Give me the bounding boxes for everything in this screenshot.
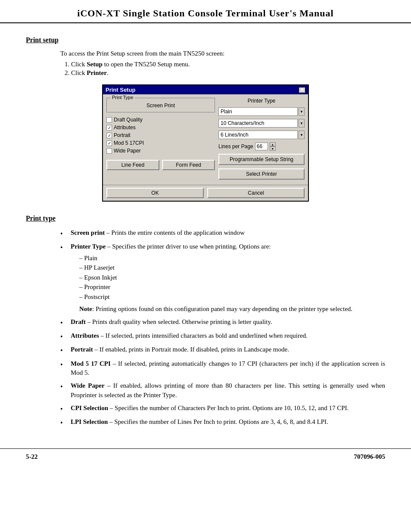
select-printer-button[interactable]: Select Printer [218,168,305,180]
bullet-list: • Screen print – Prints the entire conte… [60,228,385,428]
form-feed-button[interactable]: Form Feed [162,160,215,170]
dialog-left-panel: Print Type Screen Print Draft Quality [106,98,215,181]
page-number: 5-22 [26,453,38,460]
print-type-group: Print Type Screen Print [106,98,215,112]
page-content: Print setup To access the Print Setup sc… [0,23,411,440]
print-type-heading: Print type [26,215,385,222]
bullet-mod5-17cpi: • Mod 5 17 CPI – If selected, printing a… [60,359,385,378]
printer-type-label: Printer Type [218,98,305,104]
checkbox-list: Draft Quality ✓ Attributes ✓ Portrait [106,116,215,155]
attributes-checkbox[interactable]: ✓ [106,125,112,131]
cpi-select-row: 10 Characters/Inch ▼ [218,119,305,128]
lines-per-page-row: Lines per Page ▲ ▼ [218,142,305,151]
spin-up-button[interactable]: ▲ [270,142,276,146]
lpi-select-row: 6 Lines/Inch ▼ [218,131,305,139]
checkbox-portrait[interactable]: ✓ Portrait [106,131,215,139]
lpi-select-arrow[interactable]: ▼ [299,131,305,139]
line-feed-button[interactable]: Line Feed [106,160,159,170]
bullet-attributes: • Attributes – If selected, prints inten… [60,331,385,342]
dialog-wrapper: Print Setup ✕ Print Type Screen Print [26,84,385,202]
sub-item-postscript: – Postscript [79,292,385,302]
ok-button[interactable]: OK [106,188,204,198]
dialog-title: Print Setup [106,87,135,93]
step-2: 2. Click Printer. [65,69,385,77]
dialog-titlebar: Print Setup ✕ [103,85,308,94]
lpi-select[interactable]: 6 Lines/Inch [218,131,298,139]
portrait-checkbox[interactable]: ✓ [106,133,112,138]
bullet-printer-type: • Printer Type – Specifies the printer d… [60,242,385,314]
lines-per-page-input[interactable] [255,143,268,150]
bullet-cpi-selection: • CPI Selection – Specifies the number o… [60,404,385,414]
print-type-section: Print type • Screen print – Prints the e… [26,215,385,428]
bullet-wide-paper: • Wide Paper – If enabled, allows printi… [60,381,385,400]
printer-type-sub-list: – Plain – HP Laserjet – Epson Inkjet – P… [79,253,385,302]
checkbox-draft-quality[interactable]: Draft Quality [106,116,215,124]
step-1: 1. Click Setup to open the TN5250 Setup … [65,61,385,68]
dialog-right-panel: Printer Type Plain ▼ 10 Characters/Inch [218,98,305,181]
lines-per-page-label: Lines per Page [218,143,253,149]
bullet-screen-print: • Screen print – Prints the entire conte… [60,228,385,239]
print-setup-section: Print setup To access the Print Setup sc… [26,36,385,202]
sub-item-plain: – Plain [79,253,385,263]
sub-item-epson: – Epson Inkjet [79,273,385,283]
dialog-body: Print Type Screen Print Draft Quality [103,94,308,185]
bullet-portrait: • Portrait – If enabled, prints in Portr… [60,345,385,355]
draft-quality-checkbox[interactable] [106,117,112,123]
print-type-legend: Print Type [110,95,135,100]
wide-paper-checkbox[interactable] [106,148,112,154]
bullet-draft: • Draft – Prints draft quality when sele… [60,317,385,328]
mod5-17cpi-checkbox[interactable]: ✓ [106,140,112,146]
screen-print-label: Screen Print [110,103,211,109]
setup-steps: 1. Click Setup to open the TN5250 Setup … [65,61,385,77]
checkbox-mod5-17cpi[interactable]: ✓ Mod 5 17CPI [106,139,215,147]
intro-line: To access the Print Setup screen from th… [60,50,385,57]
programmable-setup-string-button[interactable]: Programmable Setup String [218,154,305,165]
plain-select[interactable]: Plain [218,107,298,116]
checkbox-attributes[interactable]: ✓ Attributes [106,124,215,131]
print-setup-dialog: Print Setup ✕ Print Type Screen Print [102,84,309,202]
page-header: iCON-XT Single Station Console Terminal … [0,0,411,23]
lines-per-page-spinner[interactable]: ▲ ▼ [270,142,276,151]
bullet-lpi-selection: • LPI Selection – Specifies the number o… [60,417,385,428]
cancel-button[interactable]: Cancel [207,188,305,198]
cpi-select-arrow[interactable]: ▼ [299,119,305,128]
checkbox-wide-paper[interactable]: Wide Paper [106,147,215,155]
plain-select-arrow[interactable]: ▼ [299,107,305,116]
dialog-close-button[interactable]: ✕ [299,87,305,93]
spin-down-button[interactable]: ▼ [270,146,276,151]
print-setup-heading: Print setup [26,36,385,44]
plain-select-row: Plain ▼ [218,107,305,116]
feed-buttons: Line Feed Form Feed [106,160,215,170]
printer-type-note: Note: Printing options found on this con… [79,304,385,314]
sub-item-hp: – HP Laserjet [79,263,385,273]
page-footer: 5-22 707096-005 [0,448,411,465]
cpi-select[interactable]: 10 Characters/Inch [218,119,298,128]
dialog-footer: OK Cancel [103,185,308,201]
sub-item-proprinter: – Proprinter [79,282,385,292]
document-number: 707096-005 [354,453,386,460]
page-title: iCON-XT Single Station Console Terminal … [77,8,333,19]
